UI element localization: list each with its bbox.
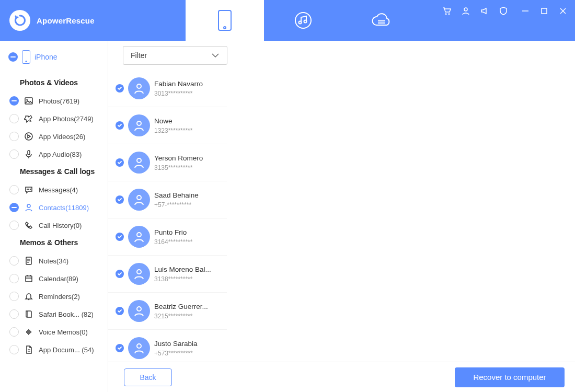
row-check-icon[interactable] xyxy=(116,121,124,130)
avatar-icon xyxy=(128,189,150,211)
unchecked-icon[interactable] xyxy=(9,292,19,301)
row-check-icon[interactable] xyxy=(116,344,124,352)
unchecked-icon[interactable] xyxy=(9,185,19,194)
contact-row[interactable]: Saad Behaine+57-********** xyxy=(108,181,227,218)
svg-point-42 xyxy=(137,158,141,163)
sidebar-item-label: App Photos(2749) xyxy=(39,115,94,123)
avatar-icon xyxy=(128,114,150,136)
svg-point-43 xyxy=(137,195,141,200)
unchecked-icon[interactable] xyxy=(9,345,19,354)
avatar-icon xyxy=(128,77,150,99)
sidebar-item-label: Contacts(11809) xyxy=(39,204,89,212)
main-panel: Filter Fabian Navarro3013**********Nowe1… xyxy=(108,41,575,392)
unchecked-icon[interactable] xyxy=(9,327,19,337)
avatar-icon xyxy=(128,300,150,322)
row-check-icon[interactable] xyxy=(116,307,124,315)
sidebar-item-label: Photos(7619) xyxy=(39,97,79,105)
svg-point-20 xyxy=(30,189,31,190)
svg-point-45 xyxy=(137,270,141,274)
appphotos-icon xyxy=(24,114,33,123)
tab-icloud[interactable] xyxy=(342,0,421,41)
sidebar-item[interactable]: App Photos(2749) xyxy=(0,110,108,128)
svg-point-19 xyxy=(28,189,29,190)
tab-itunes[interactable] xyxy=(264,0,342,41)
sidebar-item-label: Call History(0) xyxy=(39,222,82,229)
unchecked-icon[interactable] xyxy=(9,132,19,141)
device-check-icon[interactable] xyxy=(8,52,18,62)
contact-row[interactable]: Punto Frio3164********** xyxy=(108,218,227,255)
sidebar-section-title: Memos & Others xyxy=(0,234,108,252)
message-icon xyxy=(24,185,33,194)
sidebar-item[interactable]: Calendar(89) xyxy=(0,270,108,287)
contact-row[interactable]: Justo Sarabia+573********** xyxy=(108,330,227,362)
checked-icon[interactable] xyxy=(9,96,19,106)
svg-point-18 xyxy=(27,189,28,190)
unchecked-icon[interactable] xyxy=(9,114,19,123)
contact-phone: 1323********** xyxy=(154,127,217,134)
sidebar-item[interactable]: Messages(4) xyxy=(0,181,108,199)
sidebar-item[interactable]: Call History(0) xyxy=(0,216,108,234)
sidebar-item[interactable]: App Docum... (54) xyxy=(0,341,108,359)
user-icon[interactable] xyxy=(461,6,470,16)
unchecked-icon[interactable] xyxy=(9,221,19,230)
unchecked-icon[interactable] xyxy=(9,149,19,159)
sidebar-item[interactable]: Notes(34) xyxy=(0,252,108,270)
contact-row[interactable]: Yerson Romero3135********** xyxy=(108,144,227,181)
svg-rect-0 xyxy=(218,10,231,30)
svg-point-7 xyxy=(445,14,447,15)
checked-icon[interactable] xyxy=(9,203,19,212)
sidebar-item[interactable]: Contacts(11809) xyxy=(0,199,108,216)
announce-icon[interactable] xyxy=(480,6,489,16)
footer: Back Recover to computer xyxy=(108,362,575,392)
top-right-controls xyxy=(442,6,568,16)
avatar-icon xyxy=(128,337,150,359)
sidebar-item[interactable]: App Videos(26) xyxy=(0,128,108,145)
app-logo: ApowerRescue xyxy=(0,10,95,31)
close-icon[interactable] xyxy=(558,6,568,16)
titlebar: ApowerRescue xyxy=(0,0,575,41)
contact-row[interactable]: Luis Moreno Bal...3138********** xyxy=(108,256,227,292)
svg-point-21 xyxy=(27,204,30,207)
row-check-icon[interactable] xyxy=(116,195,124,204)
sidebar-item-label: App Docum... (54) xyxy=(39,346,94,354)
svg-point-44 xyxy=(137,233,141,237)
sidebar-item[interactable]: App Audio(83) xyxy=(0,145,108,163)
filter-dropdown[interactable]: Filter xyxy=(123,46,227,65)
maximize-icon[interactable] xyxy=(539,6,549,16)
contact-row[interactable]: Beatriz Guerrer...3215********** xyxy=(108,293,227,329)
sidebar-item[interactable]: Voice Memos(0) xyxy=(0,323,108,341)
top-tabs xyxy=(186,0,421,41)
contact-phone: 3135********** xyxy=(154,164,217,171)
recover-button[interactable]: Recover to computer xyxy=(455,367,565,387)
unchecked-icon[interactable] xyxy=(9,256,19,266)
device-label: iPhone xyxy=(34,53,58,61)
contact-row[interactable]: Fabian Navarro3013********** xyxy=(108,70,227,107)
minimize-icon[interactable] xyxy=(521,6,530,16)
sidebar-section-title: Messages & Call logs xyxy=(0,163,108,181)
sidebar-item[interactable]: Reminders(2) xyxy=(0,287,108,305)
back-button[interactable]: Back xyxy=(124,368,172,386)
row-check-icon[interactable] xyxy=(116,158,124,167)
contact-phone: +573********** xyxy=(154,350,217,357)
contact-phone: 3164********** xyxy=(154,238,217,246)
contact-row[interactable]: Nowe1323********** xyxy=(108,107,227,144)
unchecked-icon[interactable] xyxy=(9,274,19,283)
sidebar-item-label: App Audio(83) xyxy=(39,151,82,158)
row-check-icon[interactable] xyxy=(116,233,124,241)
row-check-icon[interactable] xyxy=(116,270,124,278)
contact-name: Saad Behaine xyxy=(154,191,217,199)
row-check-icon[interactable] xyxy=(116,84,124,93)
device-phone-icon xyxy=(22,50,30,64)
svg-point-41 xyxy=(137,121,141,125)
svg-point-1 xyxy=(224,27,226,29)
tab-device[interactable] xyxy=(186,0,264,41)
sidebar-item[interactable]: Photos(7619) xyxy=(0,92,108,110)
contact-name: Nowe xyxy=(154,117,217,125)
shield-icon[interactable] xyxy=(499,6,508,16)
device-row[interactable]: iPhone xyxy=(0,50,108,74)
svg-rect-14 xyxy=(25,98,32,104)
cart-icon[interactable] xyxy=(442,6,452,16)
contact-list[interactable]: Fabian Navarro3013**********Nowe1323****… xyxy=(108,70,227,362)
unchecked-icon[interactable] xyxy=(9,309,19,319)
sidebar-item[interactable]: Safari Book... (82) xyxy=(0,305,108,323)
